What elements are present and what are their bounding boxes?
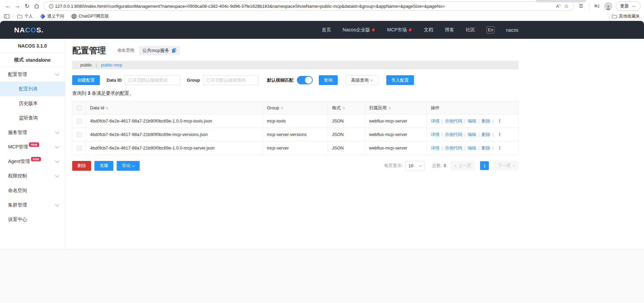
other-favorites[interactable]: 其他收藏夹 xyxy=(612,13,640,19)
table-header-row: Data Id⇅ Group⇅ 格式⇅ 归属应用⇅ 操作 xyxy=(73,102,519,114)
nav-mcp-market[interactable]: MCP市场 xyxy=(387,27,412,33)
batch-delete-button[interactable]: 删除 xyxy=(72,161,91,171)
fuzzy-match-toggle[interactable] xyxy=(297,76,313,84)
edit-link[interactable]: 编辑 xyxy=(468,118,476,123)
namespace-separator: | xyxy=(96,62,97,67)
language-switch[interactable]: En xyxy=(486,26,494,33)
site-info-icon[interactable] xyxy=(47,2,55,10)
next-page-button[interactable]: 下一页 › xyxy=(494,161,519,171)
delete-link[interactable]: 删除 xyxy=(481,118,490,123)
nacos-version: NACOS 3.1.0 xyxy=(0,39,65,53)
nacos-logo[interactable]: NACOS. xyxy=(14,26,44,34)
profile-avatar[interactable] xyxy=(604,2,612,10)
sidebar-item-listener-query[interactable]: 监听查询 xyxy=(0,111,65,125)
nav-community[interactable]: 社区 xyxy=(466,27,475,33)
row-checkbox[interactable] xyxy=(77,119,82,124)
delete-link[interactable]: 删除 xyxy=(481,145,490,150)
reload-icon[interactable]: ↻ xyxy=(22,1,32,11)
sidebar-item-history[interactable]: 历史版本 xyxy=(0,96,65,111)
sidebar-toggle-icon[interactable] xyxy=(4,14,9,19)
import-config-button[interactable]: 导入配置 xyxy=(386,75,414,85)
forward-icon[interactable]: → xyxy=(13,1,22,11)
chevron-down-icon xyxy=(55,159,59,163)
search-button[interactable]: 查询 xyxy=(319,75,338,85)
more-menu-icon[interactable]: ⋯ xyxy=(632,4,636,9)
sort-icon[interactable]: ⇅ xyxy=(388,106,391,110)
result-suffix: 条满足要求的配置。 xyxy=(92,90,134,96)
sidebar-item-service-management[interactable]: 服务管理 xyxy=(0,125,65,140)
sort-icon[interactable]: ⇅ xyxy=(106,106,109,110)
more-actions-icon[interactable]: ⋮ xyxy=(498,132,502,137)
column-header-data-id[interactable]: Data Id⇅ xyxy=(86,102,263,114)
more-actions-icon[interactable]: ⋮ xyxy=(498,145,502,150)
sample-code-link[interactable]: 示例代码 xyxy=(445,132,462,137)
cell-operations: 详情|示例代码|编辑|删除|⋮ xyxy=(427,141,519,155)
home-icon[interactable] xyxy=(32,1,41,11)
advanced-search-button[interactable]: 高级查询 xyxy=(346,75,378,85)
group-label: Group xyxy=(187,78,200,83)
row-checkbox[interactable] xyxy=(77,146,82,151)
namespace-tab-public-mcp[interactable]: public-mcp xyxy=(101,62,122,67)
sort-icon[interactable]: ⇅ xyxy=(342,106,345,110)
total-label: 总数: xyxy=(432,163,442,168)
browser-update-button[interactable]: 更新 ⋯ xyxy=(616,1,641,11)
sidebar-item-config-list[interactable]: 配置列表 xyxy=(0,82,65,96)
sidebar-item-config-management[interactable]: 配置管理 xyxy=(0,67,65,82)
group-input[interactable] xyxy=(203,75,258,85)
nav-enterprise[interactable]: Nacos企业版 xyxy=(343,27,376,33)
sidebar-item-cluster-management[interactable]: 集群管理 xyxy=(0,198,65,212)
edit-link[interactable]: 编辑 xyxy=(468,132,476,137)
details-link[interactable]: 详情 xyxy=(431,145,440,150)
data-id-input[interactable] xyxy=(125,75,180,85)
bookmark-personal-folder[interactable]: 个人 xyxy=(17,13,33,19)
sidebar-item-label: 历史版本 xyxy=(19,101,38,107)
column-header-group[interactable]: Group⇅ xyxy=(263,102,328,114)
main-content: 配置管理 命名空间 公共mcp服务 public | public-mcp 创建… xyxy=(65,39,644,249)
page-size-select[interactable]: 10 xyxy=(405,161,425,170)
current-page-button[interactable]: 1 xyxy=(480,161,489,170)
sample-code-link[interactable]: 示例代码 xyxy=(445,145,462,150)
edit-link[interactable]: 编辑 xyxy=(468,145,476,150)
sample-code-link[interactable]: 示例代码 xyxy=(445,118,462,123)
create-config-button[interactable]: 创建配置 xyxy=(72,75,100,85)
favorite-star-icon[interactable]: ☆ xyxy=(562,2,570,10)
nav-home[interactable]: 首页 xyxy=(322,27,331,33)
details-link[interactable]: 详情 xyxy=(431,118,440,123)
extensions-icon[interactable] xyxy=(578,2,586,10)
clone-button[interactable]: 克隆 xyxy=(94,161,113,171)
cell-format: JSON xyxy=(328,128,365,141)
cell-data-id: 4bd0fcb7-6e2e-4617-98a7-21b90f0bc69e-1.0… xyxy=(86,114,263,128)
favorites-bar-icon[interactable] xyxy=(593,2,601,10)
column-header-format[interactable]: 格式⇅ xyxy=(328,102,365,114)
sidebar-item-namespace[interactable]: 命名空间 xyxy=(0,183,65,198)
details-link[interactable]: 详情 xyxy=(431,132,440,137)
sidebar-item-label: 权限控制 xyxy=(8,173,27,179)
read-aloud-icon[interactable]: A⤷ xyxy=(554,2,562,10)
sidebar-item-agent-management[interactable]: Agent管理 new xyxy=(0,154,65,169)
sidebar-item-settings[interactable]: 设置中心 xyxy=(0,212,65,227)
more-actions-icon[interactable]: ⋮ xyxy=(498,118,502,123)
sidebar-item-mcp-management[interactable]: MCP管理 new xyxy=(0,140,65,154)
delete-link[interactable]: 删除 xyxy=(481,132,490,137)
bookmark-qwen[interactable]: 通义千问 xyxy=(40,13,64,19)
column-header-app[interactable]: 归属应用⇅ xyxy=(365,102,427,114)
username[interactable]: nacos xyxy=(506,27,519,33)
select-all-checkbox[interactable] xyxy=(77,106,82,111)
sort-icon[interactable]: ⇅ xyxy=(281,106,283,110)
prev-page-button[interactable]: ‹ 上一页 xyxy=(451,161,476,171)
sidebar-item-permission-control[interactable]: 权限控制 xyxy=(0,169,65,183)
sidebar-item-label: 设置中心 xyxy=(8,217,27,223)
chevron-down-icon xyxy=(55,72,59,76)
nav-docs[interactable]: 文档 xyxy=(424,27,433,33)
address-bar[interactable]: 127.0.0.1:8080/index.html#/configuration… xyxy=(43,1,574,11)
nav-blog[interactable]: 博客 xyxy=(445,27,454,33)
copy-icon[interactable] xyxy=(172,48,176,53)
namespace-tab-public[interactable]: public xyxy=(80,62,92,67)
export-button[interactable]: 导出 xyxy=(117,161,140,171)
toggle-knob xyxy=(305,77,312,84)
namespace-chip[interactable]: 公共mcp服务 xyxy=(139,46,180,55)
bookmark-chatgpt[interactable]: ChatGPT网页版 xyxy=(72,13,109,19)
url-text[interactable]: 127.0.0.1:8080/index.html#/configuration… xyxy=(55,4,554,9)
back-icon[interactable]: ← xyxy=(3,1,13,11)
row-checkbox[interactable] xyxy=(77,132,82,137)
